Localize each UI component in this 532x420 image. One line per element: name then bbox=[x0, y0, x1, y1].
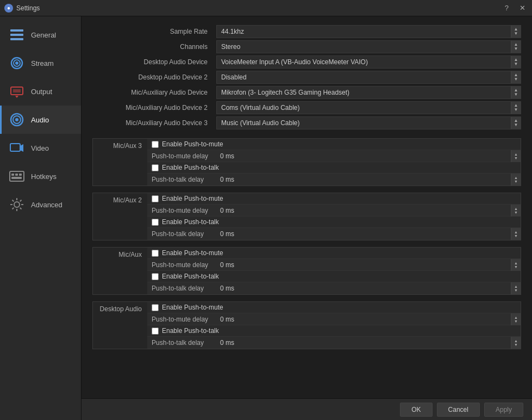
mic-aux3-mute-delay-row: Push-to-mute delay 0 ms ▲▼ bbox=[147, 150, 521, 162]
desktop-audio-mute-delay-value: 0 ms bbox=[218, 316, 511, 323]
mic-aux2-push-talk-checkbox[interactable] bbox=[152, 219, 159, 226]
mic-aux3-push-talk-checkbox[interactable] bbox=[152, 164, 159, 171]
apply-button[interactable]: Apply bbox=[484, 403, 523, 417]
help-button[interactable]: ? bbox=[503, 3, 511, 13]
sample-rate-field[interactable]: 44.1khz ▲▼ bbox=[216, 25, 521, 38]
mic-aux-fields: Enable Push-to-mute Push-to-mute delay 0… bbox=[147, 248, 521, 294]
mic-aux2-talk-delay-arrows[interactable]: ▲▼ bbox=[511, 228, 521, 240]
mic-aux-push-mute-checkbox[interactable] bbox=[152, 250, 159, 257]
desktop-audio-push-mute-label: Enable Push-to-mute bbox=[162, 304, 223, 311]
sidebar-item-output[interactable]: Output bbox=[0, 77, 81, 106]
mic-aux3-field[interactable]: Music (Virtual Audio Cable) ▲▼ bbox=[216, 116, 521, 129]
desktop-audio-push-talk-checkbox[interactable] bbox=[152, 328, 159, 335]
stream-label: Stream bbox=[31, 59, 54, 67]
title-bar-controls: ? ✕ bbox=[503, 3, 528, 13]
mic-aux2-push-talk-label: Enable Push-to-talk bbox=[162, 218, 219, 226]
mic-aux2-mute-delay-label: Push-to-mute delay bbox=[147, 207, 218, 214]
svg-rect-14 bbox=[11, 174, 14, 176]
mic-aux2-label: Mic/Auxiliary Audio Device 2 bbox=[92, 104, 212, 112]
channels-value: Stereo bbox=[217, 40, 511, 53]
mic-aux-push-talk-checkbox[interactable] bbox=[152, 273, 159, 280]
mic-aux3-push-mute-checkbox[interactable] bbox=[152, 141, 159, 148]
sidebar-item-advanced[interactable]: Advanced bbox=[0, 190, 81, 219]
content-scroll: Sample Rate 44.1khz ▲▼ Channels Stereo ▲… bbox=[82, 16, 532, 398]
mic-aux2-mute-delay-arrows[interactable]: ▲▼ bbox=[511, 205, 521, 217]
hotkeys-label: Hotkeys bbox=[31, 172, 57, 181]
desktop-audio2-field[interactable]: Disabled ▲▼ bbox=[216, 71, 521, 84]
sidebar-item-hotkeys[interactable]: Hotkeys bbox=[0, 162, 81, 190]
svg-rect-15 bbox=[15, 174, 18, 176]
mic-aux3-mute-delay-value: 0 ms bbox=[218, 152, 511, 160]
mic-aux-arrows[interactable]: ▲▼ bbox=[511, 87, 521, 98]
mic-aux3-push-mute-label: Enable Push-to-mute bbox=[162, 140, 223, 148]
cancel-button[interactable]: Cancel bbox=[437, 403, 480, 417]
sidebar-item-video[interactable]: Video bbox=[0, 134, 81, 162]
mic-aux3-section: Mic/Aux 3 Enable Push-to-mute Push-to-mu… bbox=[92, 138, 521, 186]
svg-rect-0 bbox=[10, 29, 23, 32]
channels-field[interactable]: Stereo ▲▼ bbox=[216, 40, 521, 53]
mic-aux2-section-label: Mic/Aux 2 bbox=[93, 193, 147, 240]
mic-aux2-talk-delay-label: Push-to-talk delay bbox=[147, 230, 218, 238]
sidebar-item-general[interactable]: General bbox=[0, 21, 81, 49]
desktop-audio-talk-delay-value: 0 ms bbox=[218, 339, 511, 347]
mic-aux2-talk-delay-row: Push-to-talk delay 0 ms ▲▼ bbox=[147, 228, 521, 240]
mic-aux-field[interactable]: Mikrofon (3- Logitech G35 Gaming Headset… bbox=[216, 86, 521, 99]
audio-icon bbox=[8, 111, 26, 128]
mic-aux2-row: Mic/Aux 2 Enable Push-to-mute Push-to-mu… bbox=[93, 193, 521, 240]
desktop-audio-push-talk-check-row: Enable Push-to-talk bbox=[147, 325, 521, 337]
close-button[interactable]: ✕ bbox=[517, 3, 528, 13]
desktop-audio-field[interactable]: VoiceMeeter Input A (VB-Audio VoiceMeete… bbox=[216, 55, 521, 69]
mic-aux3-arrows[interactable]: ▲▼ bbox=[511, 117, 521, 129]
mic-aux2-value: Coms (Virtual Audio Cable) bbox=[217, 101, 511, 114]
mic-aux3-mute-delay-arrows[interactable]: ▲▼ bbox=[511, 150, 521, 162]
mic-aux3-label: Mic/Auxiliary Audio Device 3 bbox=[92, 119, 212, 127]
video-icon bbox=[8, 139, 26, 157]
mic-aux-talk-delay-label: Push-to-talk delay bbox=[147, 285, 218, 292]
mic-aux2-push-mute-checkbox[interactable] bbox=[152, 195, 159, 202]
sidebar: General Stream Output bbox=[0, 16, 82, 420]
mic-aux-talk-delay-arrows[interactable]: ▲▼ bbox=[511, 282, 521, 294]
svg-rect-7 bbox=[13, 89, 21, 92]
desktop-audio-value: VoiceMeeter Input A (VB-Audio VoiceMeete… bbox=[217, 55, 511, 69]
svg-rect-1 bbox=[10, 34, 23, 36]
footer: OK Cancel Apply bbox=[82, 398, 532, 420]
mic-aux-mute-delay-arrows[interactable]: ▲▼ bbox=[511, 259, 521, 271]
mic-aux2-arrows[interactable]: ▲▼ bbox=[511, 102, 521, 114]
desktop-audio-talk-delay-arrows[interactable]: ▲▼ bbox=[511, 337, 521, 349]
sample-rate-label: Sample Rate bbox=[92, 28, 212, 35]
desktop-audio-mute-delay-arrows[interactable]: ▲▼ bbox=[511, 313, 521, 325]
mic-aux-push-talk-check-row: Enable Push-to-talk bbox=[147, 271, 521, 282]
content-area: Sample Rate 44.1khz ▲▼ Channels Stereo ▲… bbox=[82, 16, 532, 420]
mic-aux-mute-delay-row: Push-to-mute delay 0 ms ▲▼ bbox=[147, 259, 521, 271]
desktop-audio-talk-delay-label: Push-to-talk delay bbox=[147, 339, 218, 347]
mic-aux2-field[interactable]: Coms (Virtual Audio Cable) ▲▼ bbox=[216, 101, 521, 114]
desktop-audio2-arrows[interactable]: ▲▼ bbox=[511, 71, 521, 83]
output-icon bbox=[8, 83, 26, 100]
channels-arrows[interactable]: ▲▼ bbox=[511, 41, 521, 53]
desktop-audio-mute-delay-label: Push-to-mute delay bbox=[147, 316, 218, 323]
svg-point-10 bbox=[15, 118, 18, 121]
desktop-audio-fields: Enable Push-to-mute Push-to-mute delay 0… bbox=[147, 302, 521, 349]
mic-aux3-block: Mic/Aux 3 Enable Push-to-mute Push-to-mu… bbox=[92, 138, 521, 186]
mic-aux2-mute-delay-value: 0 ms bbox=[218, 207, 511, 214]
advanced-label: Advanced bbox=[31, 201, 62, 209]
mic-aux3-push-talk-check-row: Enable Push-to-talk bbox=[147, 162, 521, 174]
ok-button[interactable]: OK bbox=[400, 403, 432, 417]
main-layout: General Stream Output bbox=[0, 16, 532, 420]
sidebar-item-stream[interactable]: Stream bbox=[0, 49, 81, 77]
svg-point-5 bbox=[15, 61, 18, 65]
desktop-audio-section-label: Desktop Audio bbox=[93, 302, 147, 349]
svg-rect-17 bbox=[11, 177, 22, 179]
sample-rate-arrows[interactable]: ▲▼ bbox=[511, 26, 521, 38]
title-bar: ● Settings ? ✕ bbox=[0, 0, 532, 16]
sidebar-item-audio[interactable]: Audio bbox=[0, 106, 81, 134]
desktop-audio-label: Desktop Audio Device bbox=[92, 58, 212, 66]
top-settings-grid: Sample Rate 44.1khz ▲▼ Channels Stereo ▲… bbox=[92, 25, 521, 129]
mic-aux3-talk-delay-arrows[interactable]: ▲▼ bbox=[511, 174, 521, 186]
sample-rate-value: 44.1khz bbox=[217, 25, 511, 38]
svg-rect-11 bbox=[10, 144, 20, 151]
mic-aux3-value: Music (Virtual Audio Cable) bbox=[217, 116, 511, 129]
mic-aux2-talk-delay-value: 0 ms bbox=[218, 230, 511, 238]
desktop-audio-arrows[interactable]: ▲▼ bbox=[511, 56, 521, 68]
desktop-audio-push-mute-checkbox[interactable] bbox=[152, 304, 159, 311]
